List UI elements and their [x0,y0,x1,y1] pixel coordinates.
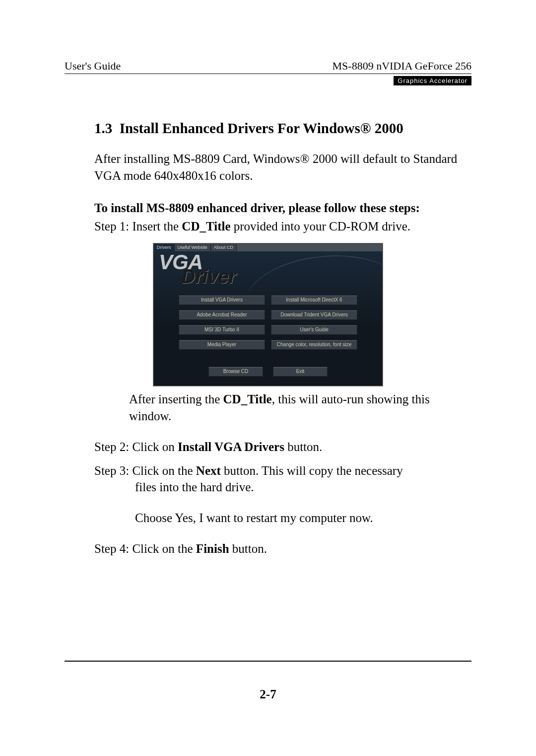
step-2: Step 2: Click on Install VGA Drivers but… [94,439,471,455]
figure-caption: After inserting the CD_Title, this will … [129,391,442,425]
section-number: 1.3 [94,120,112,136]
swoosh-decoration [241,251,382,291]
download-trident-button[interactable]: Download Trident VGA Drivers [271,310,357,320]
graphics-accelerator-badge: Graphics Accelerator [394,76,471,85]
media-player-button[interactable]: Media Player [179,340,265,350]
section-heading: 1.3 Install Enhanced Drivers For Windows… [94,120,471,137]
header-left: User's Guide [65,60,121,73]
exit-button[interactable]: Exit [273,367,328,377]
step-3-line3: Choose Yes, I want to restart my compute… [94,510,471,527]
instruction-heading: To install MS-8809 enhanced driver, plea… [94,201,471,215]
install-directx-button[interactable]: Install Microsoft DirectX 6 [271,295,357,305]
adobe-acrobat-button[interactable]: Adobe Acrobat Reader [179,310,265,320]
tab-drivers[interactable]: Drivers [154,244,175,251]
step-3-line2: files into the hard drive. [94,479,471,496]
page-number: 2-7 [0,687,536,701]
manual-page: User's Guide MS-8809 nVIDIA GeForce 256 … [0,0,536,756]
msi-3d-turbo-button[interactable]: MSI 3D Turbo II [179,325,265,335]
browse-cd-button[interactable]: Browse CD [208,367,263,377]
header-badge-row: Graphics Accelerator [65,76,471,85]
footer-rule [65,661,471,662]
install-vga-drivers-button[interactable]: Install VGA Drivers [179,295,265,305]
tab-about-cd[interactable]: About CD [211,244,237,251]
step-3: Step 3: Click on the Next button. This w… [94,462,471,527]
installer-logo: VGA Driver [154,251,382,291]
installer-tabs: Drivers Useful Website About CD [154,244,382,251]
installer-screenshot: Drivers Useful Website About CD VGA Driv… [153,243,383,386]
header-right: MS-8809 nVIDIA GeForce 256 [333,60,471,73]
logo-driver: Driver [182,266,236,288]
change-color-button[interactable]: Change color, resolution, font size [271,340,357,350]
users-guide-button[interactable]: User's Guide [271,325,357,335]
page-header: User's Guide MS-8809 nVIDIA GeForce 256 [65,60,471,74]
intro-paragraph: After installing MS-8809 Card, Windows® … [94,151,471,184]
installer-bottom-row: Browse CD Exit [208,367,328,377]
step-4: Step 4: Click on the Finish button. [94,540,471,557]
section-title-text: Install Enhanced Drivers For Windows® 20… [120,120,403,136]
tab-useful-website[interactable]: Useful Website [175,244,211,251]
step-1: Step 1: Insert the CD_Title provided int… [94,218,471,235]
installer-button-grid: Install VGA Drivers Install Microsoft Di… [179,295,357,350]
